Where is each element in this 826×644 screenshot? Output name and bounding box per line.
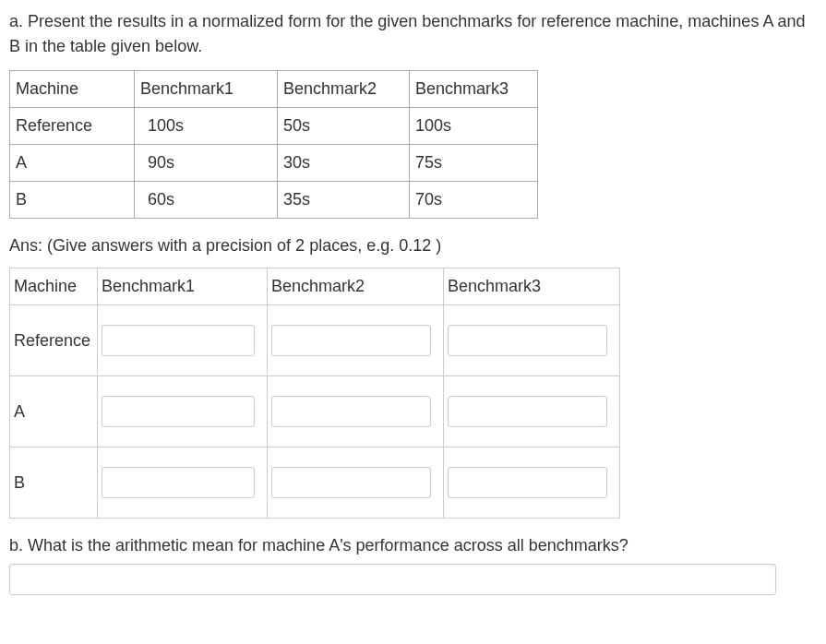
b-b1-input[interactable]	[102, 467, 255, 498]
table-row: B	[10, 447, 620, 519]
cell-b1: 100s	[135, 108, 278, 145]
question-b-text: b. What is the arithmetic mean for machi…	[9, 533, 817, 558]
header-machine: Machine	[10, 71, 135, 108]
b-b2-input[interactable]	[271, 467, 431, 498]
answer-input-table: Machine Benchmark1 Benchmark2 Benchmark3…	[9, 268, 620, 519]
cell-b3: 75s	[410, 145, 538, 182]
header-benchmark1: Benchmark1	[98, 268, 268, 305]
table-row: A 90s 30s 75s	[10, 145, 538, 182]
cell-b2: 35s	[278, 182, 410, 219]
arithmetic-mean-input[interactable]	[9, 564, 776, 595]
row-label-a: A	[10, 376, 98, 447]
cell-b3: 100s	[410, 108, 538, 145]
cell-b2: 50s	[278, 108, 410, 145]
header-benchmark1: Benchmark1	[135, 71, 278, 108]
cell-b1: 90s	[135, 145, 278, 182]
b-b3-input[interactable]	[448, 467, 607, 498]
a-b1-input[interactable]	[102, 396, 255, 427]
answer-instruction: Ans: (Give answers with a precision of 2…	[9, 233, 817, 258]
question-a-text: a. Present the results in a normalized f…	[9, 9, 817, 59]
cell-machine: A	[10, 145, 135, 182]
table-row: Machine Benchmark1 Benchmark2 Benchmark3	[10, 71, 538, 108]
header-benchmark3: Benchmark3	[444, 268, 620, 305]
table-row: B 60s 35s 70s	[10, 182, 538, 219]
table-row: Reference	[10, 305, 620, 376]
header-machine: Machine	[10, 268, 98, 305]
row-label-reference: Reference	[10, 305, 98, 376]
cell-machine: Reference	[10, 108, 135, 145]
table-row: Reference 100s 50s 100s	[10, 108, 538, 145]
row-label-b: B	[10, 447, 98, 519]
cell-b2: 30s	[278, 145, 410, 182]
benchmark-data-table: Machine Benchmark1 Benchmark2 Benchmark3…	[9, 70, 538, 219]
a-b3-input[interactable]	[448, 396, 607, 427]
header-benchmark3: Benchmark3	[410, 71, 538, 108]
cell-b3: 70s	[410, 182, 538, 219]
reference-b3-input[interactable]	[448, 325, 607, 356]
table-row: Machine Benchmark1 Benchmark2 Benchmark3	[10, 268, 620, 305]
reference-b2-input[interactable]	[271, 325, 431, 356]
cell-machine: B	[10, 182, 135, 219]
a-b2-input[interactable]	[271, 396, 431, 427]
table-row: A	[10, 376, 620, 447]
header-benchmark2: Benchmark2	[278, 71, 410, 108]
reference-b1-input[interactable]	[102, 325, 255, 356]
cell-b1: 60s	[135, 182, 278, 219]
header-benchmark2: Benchmark2	[268, 268, 444, 305]
